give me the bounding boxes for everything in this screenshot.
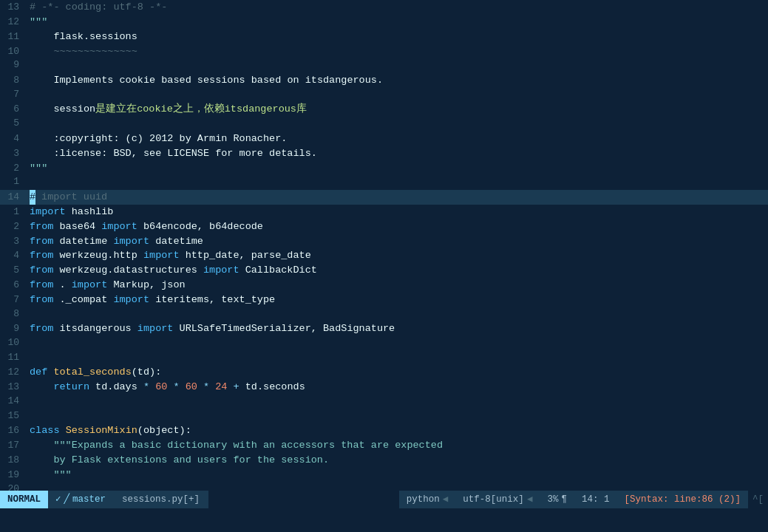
table-row: 3from datetime import datetime xyxy=(0,234,768,249)
line-number: 10 xyxy=(0,336,27,350)
line-content: # -*- coding: utf-8 -*- xyxy=(27,0,768,15)
line-content: """ xyxy=(27,161,768,176)
line-number: 6 xyxy=(0,279,27,293)
line-number: 14 xyxy=(0,395,27,409)
table-row: 5from werkzeug.datastructures import Cal… xyxy=(0,263,768,278)
line-content: ~~~~~~~~~~~~~~ xyxy=(27,44,768,59)
table-row: 13 return td.days * 60 * 60 * 24 + td.se… xyxy=(0,380,768,395)
line-content: flask.sessions xyxy=(27,30,768,44)
line-content: from datetime import datetime xyxy=(27,234,768,249)
line-number: 11 xyxy=(0,30,27,44)
line-number: 5 xyxy=(0,117,27,131)
checkmark-icon: ✓ xyxy=(55,493,61,506)
table-row: 17 """Expands a basic dictionary with an… xyxy=(0,438,768,453)
line-content: """Expands a basic dictionary with an ac… xyxy=(27,438,768,453)
line-number: 20 xyxy=(0,482,27,491)
spacer xyxy=(208,491,399,508)
line-number: 2 xyxy=(0,220,27,234)
table-row: 9 xyxy=(0,58,768,73)
syntax-info: [Syntax: line:86 (2)] xyxy=(616,491,748,508)
table-row: 19 """ xyxy=(0,468,768,482)
line-content: # import uuid xyxy=(27,190,768,205)
line-number: 18 xyxy=(0,454,27,468)
line-content: by Flask extensions and users for the se… xyxy=(27,453,768,468)
line-number: 1 xyxy=(0,205,27,219)
table-row: 14 xyxy=(0,395,768,409)
table-row: 9from itsdangerous import URLSafeTimedSe… xyxy=(0,321,768,336)
table-row: 4from werkzeug.http import http_date, pa… xyxy=(0,248,768,263)
table-row: 14# import uuid xyxy=(0,190,768,205)
table-row: 3 :license: BSD, see LICENSE for more de… xyxy=(0,146,768,161)
scroll-percent: 3% ¶ xyxy=(540,491,574,508)
line-number: 16 xyxy=(0,424,27,438)
table-row: 8 xyxy=(0,307,768,322)
line-number: 10 xyxy=(0,45,27,59)
line-number: 3 xyxy=(0,235,27,249)
line-content: Implements cookie based sessions based o… xyxy=(27,73,768,88)
table-row: 10 xyxy=(0,336,768,351)
line-content: from . import Markup, json xyxy=(27,278,768,293)
line-number: 7 xyxy=(0,293,27,307)
line-number: 8 xyxy=(0,307,27,321)
table-row: 6from . import Markup, json xyxy=(0,278,768,293)
line-number: 1 xyxy=(0,175,27,189)
line-content: from itsdangerous import URLSafeTimedSer… xyxy=(27,321,768,336)
line-content: from base64 import b64encode, b64decode xyxy=(27,219,768,234)
line-number: 2 xyxy=(0,162,27,176)
line-content: :license: BSD, see LICENSE for more deta… xyxy=(27,146,768,161)
table-row: 2from base64 import b64encode, b64decode xyxy=(0,219,768,234)
table-row: 20 xyxy=(0,482,768,491)
line-content: from werkzeug.datastructures import Call… xyxy=(27,263,768,278)
table-row: 11 flask.sessions xyxy=(0,30,768,44)
line-number: 8 xyxy=(0,74,27,88)
table-row: 5 xyxy=(0,117,768,132)
line-number: 11 xyxy=(0,351,27,365)
table-row: 15 xyxy=(0,409,768,424)
table-row: 1 xyxy=(0,175,768,190)
line-content: from ._compat import iteritems, text_typ… xyxy=(27,293,768,307)
line-number: 4 xyxy=(0,132,27,146)
line-number: 3 xyxy=(0,147,27,161)
line-number: 9 xyxy=(0,322,27,336)
table-row: 10 ~~~~~~~~~~~~~~ xyxy=(0,44,768,59)
line-number: 4 xyxy=(0,249,27,263)
table-row: 18 by Flask extensions and users for the… xyxy=(0,453,768,468)
cursor-block: # xyxy=(30,190,35,205)
line-number: 6 xyxy=(0,103,27,117)
editor: 13# -*- coding: utf-8 -*-12"""11 flask.s… xyxy=(0,0,768,508)
statusbar: NORMAL ✓ ╱ master sessions.py[+] python … xyxy=(0,491,768,508)
table-row: 2""" xyxy=(0,161,768,176)
line-number: 13 xyxy=(0,381,27,395)
slash-icon: ╱ xyxy=(64,493,70,506)
line-content: class SessionMixin(object): xyxy=(27,423,768,438)
table-row: 1import hashlib xyxy=(0,205,768,219)
line-number: 15 xyxy=(0,409,27,423)
line-number: 14 xyxy=(0,191,27,205)
line-number: 7 xyxy=(0,88,27,102)
line-content: :copyright: (c) 2012 by Armin Ronacher. xyxy=(27,132,768,146)
table-row: 7from ._compat import iteritems, text_ty… xyxy=(0,293,768,307)
table-row: 6 session是建立在cookie之上，依赖itsdangerous库 xyxy=(0,102,768,117)
line-number: 17 xyxy=(0,439,27,453)
line-number: 9 xyxy=(0,58,27,72)
table-row: 8 Implements cookie based sessions based… xyxy=(0,73,768,88)
line-content: """ xyxy=(27,468,768,482)
table-row: 11 xyxy=(0,351,768,366)
line-content: from werkzeug.http import http_date, par… xyxy=(27,248,768,263)
filename: sessions.py[+] xyxy=(113,491,208,508)
code-area: 13# -*- coding: utf-8 -*-12"""11 flask.s… xyxy=(0,0,768,491)
line-content: session是建立在cookie之上，依赖itsdangerous库 xyxy=(27,102,768,117)
mode-indicator: NORMAL xyxy=(0,491,48,508)
table-row: 12def total_seconds(td): xyxy=(0,365,768,380)
table-row: 4 :copyright: (c) 2012 by Armin Ronacher… xyxy=(0,132,768,146)
line-content: import hashlib xyxy=(27,205,768,219)
line-content: return td.days * 60 * 60 * 24 + td.secon… xyxy=(27,380,768,395)
line-number: 5 xyxy=(0,264,27,278)
table-row: 16class SessionMixin(object): xyxy=(0,423,768,438)
line-number: 19 xyxy=(0,468,27,482)
branch-indicator: ✓ ╱ master xyxy=(48,491,113,508)
encoding-indicator: utf-8[unix] ◀ xyxy=(455,491,540,508)
table-row: 12""" xyxy=(0,15,768,30)
command-area: ^[ xyxy=(748,491,768,508)
line-number: 12 xyxy=(0,366,27,380)
